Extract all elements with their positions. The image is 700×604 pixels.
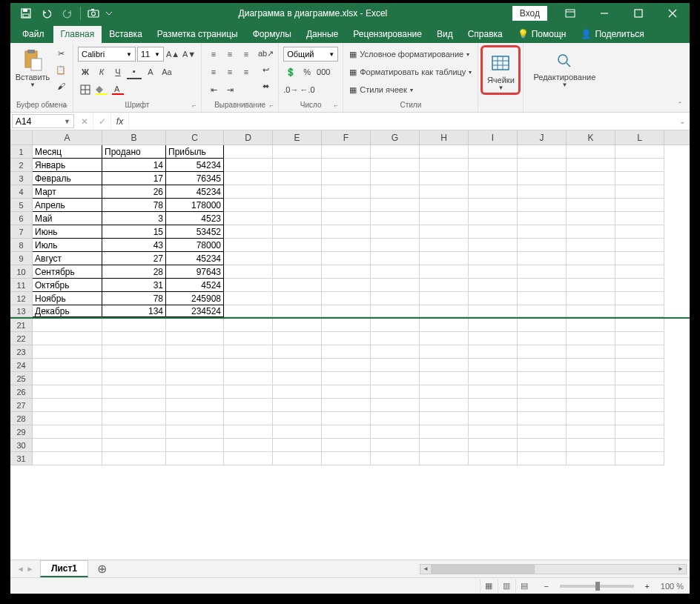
cell[interactable] (166, 425, 224, 439)
cell[interactable] (469, 145, 518, 159)
ribbon-display-icon[interactable] (553, 3, 587, 24)
align-center-icon[interactable]: ≡ (222, 64, 237, 79)
cell[interactable]: 4524 (166, 279, 224, 292)
cell[interactable] (322, 439, 371, 452)
cell[interactable] (371, 279, 420, 292)
cell[interactable] (102, 359, 166, 372)
cell[interactable] (518, 305, 567, 317)
cell[interactable] (224, 439, 273, 452)
cell[interactable] (224, 172, 273, 185)
cell[interactable] (166, 452, 224, 465)
row-header[interactable]: 7 (10, 225, 33, 239)
cell[interactable] (322, 412, 371, 425)
cell[interactable] (273, 452, 322, 465)
zoom-slider[interactable] (560, 585, 634, 588)
cell[interactable] (224, 292, 273, 305)
cell[interactable] (615, 385, 664, 399)
cell[interactable] (273, 439, 322, 452)
cell[interactable] (224, 225, 273, 239)
zoom-thumb[interactable] (595, 582, 600, 591)
cell[interactable] (273, 292, 322, 305)
cancel-formula-icon[interactable]: ✕ (76, 113, 93, 130)
cell[interactable] (166, 439, 224, 452)
row-header[interactable]: 5 (10, 199, 33, 212)
font-name-combo[interactable]: Calibri▼ (78, 47, 136, 62)
cell[interactable]: 78 (102, 292, 166, 305)
page-break-view-icon[interactable]: ▤ (515, 580, 533, 593)
cell[interactable] (224, 345, 273, 359)
cell[interactable] (33, 372, 102, 385)
row-header[interactable]: 26 (10, 385, 33, 399)
redo-icon[interactable] (58, 4, 77, 22)
cell[interactable] (224, 199, 273, 212)
cell[interactable] (420, 372, 469, 385)
cell[interactable] (224, 425, 273, 439)
cell[interactable] (567, 439, 615, 452)
cell[interactable] (371, 265, 420, 279)
cell[interactable] (33, 439, 102, 452)
font-case-icon[interactable]: Aa (159, 64, 174, 79)
cell[interactable] (273, 319, 322, 332)
cell[interactable] (615, 372, 664, 385)
cell[interactable] (469, 412, 518, 425)
cell[interactable] (273, 305, 322, 317)
cell[interactable] (371, 385, 420, 399)
cell[interactable]: Июнь (33, 225, 102, 239)
tab-share[interactable]: 👤Поделиться (573, 26, 651, 43)
cell[interactable] (567, 265, 615, 279)
cell[interactable] (518, 199, 567, 212)
cell[interactable] (371, 305, 420, 317)
cell[interactable] (322, 345, 371, 359)
cell[interactable] (371, 399, 420, 412)
add-sheet-icon[interactable]: ⊕ (93, 560, 110, 578)
cell[interactable] (420, 199, 469, 212)
save-icon[interactable] (16, 4, 36, 22)
cell-styles-button[interactable]: ▦Стили ячеек▾ (348, 82, 414, 98)
cell[interactable] (273, 159, 322, 172)
row-header[interactable]: 10 (10, 265, 33, 279)
cell[interactable]: 28 (102, 265, 166, 279)
cell[interactable] (518, 332, 567, 345)
cell[interactable] (224, 279, 273, 292)
cell[interactable]: Август (33, 252, 102, 265)
cell[interactable] (469, 265, 518, 279)
cell[interactable] (224, 399, 273, 412)
row-header[interactable]: 22 (10, 332, 33, 345)
cell[interactable] (420, 319, 469, 332)
cell[interactable] (371, 319, 420, 332)
cell[interactable] (371, 425, 420, 439)
cell[interactable]: 4523 (166, 212, 224, 225)
row-header[interactable]: 12 (10, 292, 33, 305)
increase-indent-icon[interactable]: ⇥ (222, 82, 237, 97)
scroll-thumb[interactable] (431, 565, 535, 574)
cell[interactable]: 45234 (166, 185, 224, 199)
cell[interactable] (322, 452, 371, 465)
cell[interactable] (322, 332, 371, 345)
cell[interactable]: 78000 (166, 239, 224, 252)
cell[interactable] (518, 439, 567, 452)
cell[interactable] (273, 359, 322, 372)
cell[interactable] (33, 452, 102, 465)
row-header[interactable]: 24 (10, 359, 33, 372)
cell[interactable] (420, 305, 469, 317)
cell[interactable] (567, 332, 615, 345)
cells-button[interactable]: Ячейки ▼ (484, 49, 517, 91)
cell[interactable] (615, 239, 664, 252)
cell[interactable]: Ноябрь (33, 292, 102, 305)
cell[interactable] (469, 212, 518, 225)
sheet-tab-active[interactable]: Лист1 (40, 560, 88, 577)
cell[interactable] (224, 265, 273, 279)
cell[interactable] (322, 225, 371, 239)
cell[interactable]: 31 (102, 279, 166, 292)
cell[interactable] (615, 425, 664, 439)
horizontal-scrollbar[interactable]: ◄ ► (420, 564, 687, 574)
cell[interactable] (322, 159, 371, 172)
column-header[interactable]: B (102, 130, 166, 145)
cell[interactable] (420, 145, 469, 159)
name-box-dropdown-icon[interactable]: ▼ (64, 118, 70, 125)
cell[interactable] (615, 399, 664, 412)
cell[interactable] (166, 385, 224, 399)
cell[interactable] (518, 412, 567, 425)
tab-help[interactable]: Справка (460, 26, 510, 43)
column-header[interactable]: F (322, 130, 371, 145)
